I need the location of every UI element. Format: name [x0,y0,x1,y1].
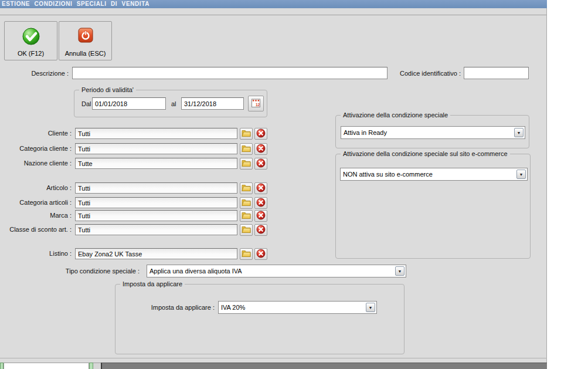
tipo-condizione-label: Tipo condizione speciale : [0,268,140,275]
filter-label-categoria-articoli: Categoria articoli : [0,199,72,206]
attivazione-ecommerce-combobox-value: NON attiva su sito e-commerce [343,171,433,178]
filter-label-nazione-cliente: Nazione cliente : [0,160,72,167]
toolbar-divider [0,15,547,15]
al-label: al [171,100,176,107]
folder-icon [242,211,251,221]
clear-x-icon [256,198,266,209]
descrizione-input[interactable] [72,67,388,79]
grid-row-indicator [89,363,93,369]
ok-check-icon [22,27,40,47]
categoria-cliente-browse-button[interactable] [240,143,253,155]
tipo-condizione-combobox-value: Applica una diversa aliquota IVA [149,268,242,275]
grid-header-strip [101,363,547,369]
categoria-cliente-clear-button[interactable] [254,143,267,155]
cancel-power-icon [77,27,94,45]
folder-icon [242,225,251,235]
attivazione-ecommerce-group-title: Attivazione della condizione speciale su… [341,150,510,157]
folder-icon [242,249,251,259]
periodo-groupbox: Periodo di validita' Dal al 12 [74,90,267,117]
attivazione-ecommerce-combobox[interactable]: NON attiva su sito e-commerce ▼ [340,168,528,181]
bottom-divider [0,358,547,358]
filter-value-categoria-cliente[interactable] [75,143,237,154]
imposta-combobox-value: IVA 20% [221,304,245,311]
imposta-group-title: Imposta da applicare [120,280,185,287]
attivazione-combobox-value: Attiva in Ready [344,129,387,136]
grid-cell [93,363,101,369]
folder-icon [242,144,251,154]
dialog-window: ESTIONE CONDIZIONI SPECIALI DI VENDITA O… [0,0,547,369]
classe-sconto-browse-button[interactable] [240,224,253,236]
clear-x-icon [256,144,266,155]
periodo-group-title: Periodo di validita' [79,86,136,93]
attivazione-combobox[interactable]: Attiva in Ready ▼ [341,126,525,139]
folder-icon [242,184,251,193]
folder-icon [242,129,251,138]
cliente-browse-button[interactable] [240,128,253,140]
imposta-label: Imposta da applicare : [115,304,215,311]
nazione-cliente-browse-button[interactable] [240,158,253,170]
grid-cell [4,363,89,369]
screen: ESTIONE CONDIZIONI SPECIALI DI VENDITA O… [0,0,588,369]
attivazione-group-title: Attivazione della condizione speciale [341,111,450,119]
clear-x-icon [256,128,266,140]
svg-text:12: 12 [256,102,260,106]
clear-x-icon [256,183,266,194]
filter-value-articolo[interactable] [75,182,237,194]
clear-x-icon [256,249,266,260]
chevron-down-icon[interactable]: ▼ [516,170,526,179]
filter-label-cliente: Cliente : [0,130,72,137]
ok-button[interactable]: OK (F12) [4,21,57,60]
articolo-browse-button[interactable] [240,182,253,194]
codice-identificativo-label: Codice identificativo : [390,70,461,77]
filter-value-nazione-cliente[interactable] [75,158,237,169]
dal-label: Dal [81,100,91,107]
descrizione-label: Descrizione : [0,70,69,77]
chevron-down-icon[interactable]: ▼ [366,303,375,312]
attivazione-groupbox: Attivazione della condizione speciale At… [335,115,529,148]
calendar-icon: 12 [251,98,261,110]
al-date-input[interactable] [181,97,244,110]
nazione-cliente-clear-button[interactable] [254,158,267,170]
chevron-down-icon[interactable]: ▼ [514,128,524,137]
filter-value-marca[interactable] [75,210,237,221]
ok-button-label: OK (F12) [18,50,44,57]
filter-value-listino[interactable] [75,248,237,259]
outside-window-area [548,0,588,369]
filter-value-categoria-articoli[interactable] [75,197,237,208]
articolo-clear-button[interactable] [254,182,267,194]
clear-x-icon [256,225,266,236]
imposta-groupbox: Imposta da applicare Imposta da applicar… [115,284,405,354]
cliente-clear-button[interactable] [254,128,267,140]
folder-icon [242,159,251,168]
marca-browse-button[interactable] [240,210,253,222]
categoria-articoli-clear-button[interactable] [254,197,267,209]
codice-identificativo-input[interactable] [464,67,529,79]
tipo-condizione-combobox[interactable]: Applica una diversa aliquota IVA ▼ [147,265,406,277]
listino-clear-button[interactable] [254,248,267,260]
classe-sconto-clear-button[interactable] [254,224,267,236]
cancel-button[interactable]: Annulla (ESC) [59,21,112,60]
cancel-button-label: Annulla (ESC) [65,50,106,57]
imposta-combobox[interactable]: IVA 20% ▼ [218,301,377,314]
calendar-button[interactable]: 12 [248,96,264,111]
clear-x-icon [256,158,266,170]
attivazione-ecommerce-groupbox: Attivazione della condizione speciale su… [335,154,531,259]
filter-label-listino: Listino : [0,250,72,257]
filter-label-marca: Marca : [0,212,72,219]
marca-clear-button[interactable] [254,210,267,222]
listino-browse-button[interactable] [240,248,253,260]
filter-value-cliente[interactable] [75,128,237,139]
window-title: ESTIONE CONDIZIONI SPECIALI DI VENDITA [0,0,547,8]
categoria-articoli-browse-button[interactable] [240,197,253,209]
filter-label-articolo: Articolo : [0,184,72,191]
clear-x-icon [256,211,266,222]
filter-value-classe-sconto[interactable] [75,224,237,235]
chevron-down-icon[interactable]: ▼ [395,266,405,276]
dal-date-input[interactable] [92,97,166,110]
filter-label-categoria-cliente: Categoria cliente : [0,145,72,152]
folder-icon [242,198,251,208]
filter-label-classe-sconto: Classe di sconto art. : [0,226,72,233]
